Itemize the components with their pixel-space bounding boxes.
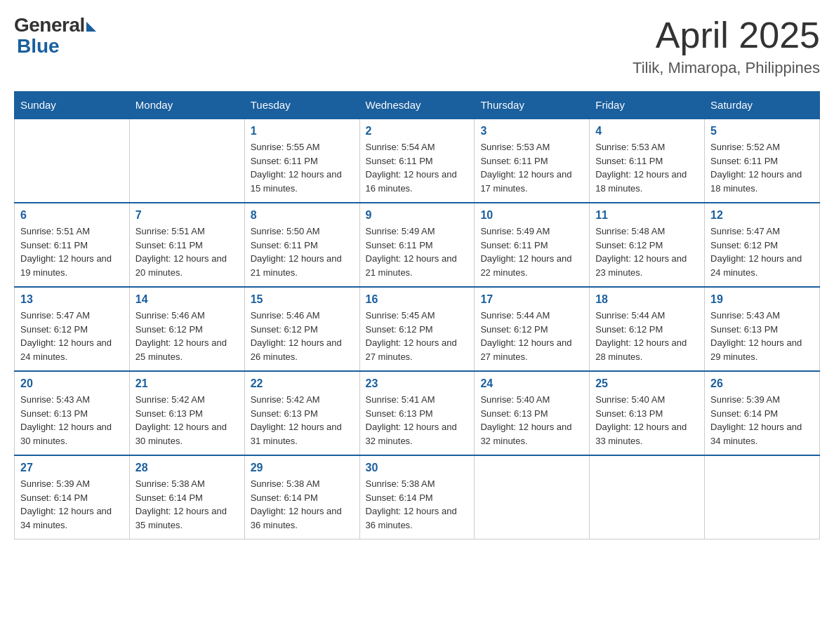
- calendar-cell: 4Sunrise: 5:53 AMSunset: 6:11 PMDaylight…: [590, 119, 705, 203]
- day-info: Sunrise: 5:44 AMSunset: 6:12 PMDaylight:…: [595, 309, 699, 363]
- calendar-cell: 12Sunrise: 5:47 AMSunset: 6:12 PMDayligh…: [705, 203, 820, 287]
- day-number: 21: [135, 377, 239, 390]
- day-number: 30: [366, 462, 469, 474]
- calendar-cell: 26Sunrise: 5:39 AMSunset: 6:14 PMDayligh…: [705, 371, 820, 455]
- day-number: 4: [595, 125, 699, 137]
- day-info: Sunrise: 5:53 AMSunset: 6:11 PMDaylight:…: [595, 140, 699, 195]
- day-number: 2: [366, 125, 469, 137]
- calendar-cell: 30Sunrise: 5:38 AMSunset: 6:14 PMDayligh…: [359, 455, 475, 539]
- day-info: Sunrise: 5:43 AMSunset: 6:13 PMDaylight:…: [710, 309, 814, 363]
- calendar-cell: 13Sunrise: 5:47 AMSunset: 6:12 PMDayligh…: [15, 287, 130, 371]
- day-number: 9: [366, 209, 469, 222]
- day-number: 11: [595, 209, 699, 222]
- calendar-cell: 7Sunrise: 5:51 AMSunset: 6:11 PMDaylight…: [129, 203, 244, 287]
- day-number: 29: [251, 462, 354, 474]
- day-info: Sunrise: 5:43 AMSunset: 6:13 PMDaylight:…: [20, 393, 124, 448]
- calendar-header-thursday: Thursday: [475, 92, 590, 119]
- day-info: Sunrise: 5:49 AMSunset: 6:11 PMDaylight:…: [366, 224, 469, 279]
- calendar-week-row: 6Sunrise: 5:51 AMSunset: 6:11 PMDaylight…: [15, 203, 820, 287]
- calendar-cell: 10Sunrise: 5:49 AMSunset: 6:11 PMDayligh…: [475, 203, 590, 287]
- calendar-cell: 6Sunrise: 5:51 AMSunset: 6:11 PMDaylight…: [15, 203, 130, 287]
- day-info: Sunrise: 5:48 AMSunset: 6:12 PMDaylight:…: [595, 224, 699, 279]
- day-number: 7: [135, 209, 239, 222]
- logo-blue-text: Blue: [14, 35, 60, 58]
- day-info: Sunrise: 5:38 AMSunset: 6:14 PMDaylight:…: [366, 477, 469, 532]
- calendar-cell: 11Sunrise: 5:48 AMSunset: 6:12 PMDayligh…: [590, 203, 705, 287]
- day-number: 18: [595, 293, 699, 306]
- day-info: Sunrise: 5:47 AMSunset: 6:12 PMDaylight:…: [710, 224, 814, 279]
- calendar-cell: 27Sunrise: 5:39 AMSunset: 6:14 PMDayligh…: [15, 455, 130, 539]
- day-info: Sunrise: 5:44 AMSunset: 6:12 PMDaylight:…: [480, 309, 583, 363]
- calendar-cell: 17Sunrise: 5:44 AMSunset: 6:12 PMDayligh…: [475, 287, 590, 371]
- day-number: 17: [480, 293, 583, 306]
- calendar-cell: 25Sunrise: 5:40 AMSunset: 6:13 PMDayligh…: [590, 371, 705, 455]
- day-info: Sunrise: 5:40 AMSunset: 6:13 PMDaylight:…: [595, 393, 699, 448]
- calendar-cell: 16Sunrise: 5:45 AMSunset: 6:12 PMDayligh…: [359, 287, 475, 371]
- location-subtitle: Tilik, Mimaropa, Philippines: [633, 59, 820, 77]
- page-header: General Blue April 2025 Tilik, Mimaropa,…: [14, 14, 820, 77]
- calendar-cell: 9Sunrise: 5:49 AMSunset: 6:11 PMDaylight…: [359, 203, 475, 287]
- calendar-cell: [705, 455, 820, 539]
- calendar-cell: 15Sunrise: 5:46 AMSunset: 6:12 PMDayligh…: [244, 287, 359, 371]
- day-number: 25: [595, 377, 699, 390]
- calendar-cell: 29Sunrise: 5:38 AMSunset: 6:14 PMDayligh…: [244, 455, 359, 539]
- day-number: 12: [710, 209, 814, 222]
- day-number: 3: [480, 125, 583, 137]
- day-number: 5: [710, 125, 814, 137]
- calendar-cell: 1Sunrise: 5:55 AMSunset: 6:11 PMDaylight…: [244, 119, 359, 203]
- day-info: Sunrise: 5:49 AMSunset: 6:11 PMDaylight:…: [480, 224, 583, 279]
- day-number: 10: [480, 209, 583, 222]
- calendar-header-monday: Monday: [129, 92, 244, 119]
- calendar-cell: 19Sunrise: 5:43 AMSunset: 6:13 PMDayligh…: [705, 287, 820, 371]
- day-number: 19: [710, 293, 814, 306]
- day-number: 22: [251, 377, 354, 390]
- calendar-cell: 28Sunrise: 5:38 AMSunset: 6:14 PMDayligh…: [129, 455, 244, 539]
- day-info: Sunrise: 5:52 AMSunset: 6:11 PMDaylight:…: [710, 140, 814, 195]
- title-block: April 2025 Tilik, Mimaropa, Philippines: [633, 14, 820, 77]
- calendar-cell: [15, 119, 130, 203]
- day-info: Sunrise: 5:39 AMSunset: 6:14 PMDaylight:…: [20, 477, 124, 532]
- day-info: Sunrise: 5:38 AMSunset: 6:14 PMDaylight:…: [135, 477, 239, 532]
- day-number: 15: [251, 293, 354, 306]
- day-number: 16: [366, 293, 469, 306]
- day-info: Sunrise: 5:55 AMSunset: 6:11 PMDaylight:…: [251, 140, 354, 195]
- calendar-cell: 24Sunrise: 5:40 AMSunset: 6:13 PMDayligh…: [475, 371, 590, 455]
- calendar-week-row: 20Sunrise: 5:43 AMSunset: 6:13 PMDayligh…: [15, 371, 820, 455]
- day-info: Sunrise: 5:50 AMSunset: 6:11 PMDaylight:…: [251, 224, 354, 279]
- calendar-table: SundayMondayTuesdayWednesdayThursdayFrid…: [14, 91, 820, 539]
- day-number: 20: [20, 377, 124, 390]
- logo-arrow-icon: [86, 22, 96, 32]
- day-info: Sunrise: 5:42 AMSunset: 6:13 PMDaylight:…: [135, 393, 239, 448]
- calendar-week-row: 1Sunrise: 5:55 AMSunset: 6:11 PMDaylight…: [15, 119, 820, 203]
- day-info: Sunrise: 5:41 AMSunset: 6:13 PMDaylight:…: [366, 393, 469, 448]
- calendar-cell: 21Sunrise: 5:42 AMSunset: 6:13 PMDayligh…: [129, 371, 244, 455]
- day-number: 27: [20, 462, 124, 474]
- day-info: Sunrise: 5:51 AMSunset: 6:11 PMDaylight:…: [135, 224, 239, 279]
- day-info: Sunrise: 5:42 AMSunset: 6:13 PMDaylight:…: [251, 393, 354, 448]
- day-number: 24: [480, 377, 583, 390]
- calendar-cell: 2Sunrise: 5:54 AMSunset: 6:11 PMDaylight…: [359, 119, 475, 203]
- logo-general-text: General: [14, 14, 85, 36]
- logo: General Blue: [14, 14, 96, 58]
- calendar-cell: [590, 455, 705, 539]
- day-info: Sunrise: 5:39 AMSunset: 6:14 PMDaylight:…: [710, 393, 814, 448]
- calendar-cell: 5Sunrise: 5:52 AMSunset: 6:11 PMDaylight…: [705, 119, 820, 203]
- day-info: Sunrise: 5:45 AMSunset: 6:12 PMDaylight:…: [366, 309, 469, 363]
- day-info: Sunrise: 5:54 AMSunset: 6:11 PMDaylight:…: [366, 140, 469, 195]
- day-number: 23: [366, 377, 469, 390]
- day-info: Sunrise: 5:53 AMSunset: 6:11 PMDaylight:…: [480, 140, 583, 195]
- calendar-cell: 14Sunrise: 5:46 AMSunset: 6:12 PMDayligh…: [129, 287, 244, 371]
- calendar-cell: [129, 119, 244, 203]
- day-info: Sunrise: 5:38 AMSunset: 6:14 PMDaylight:…: [251, 477, 354, 532]
- day-info: Sunrise: 5:51 AMSunset: 6:11 PMDaylight:…: [20, 224, 124, 279]
- calendar-week-row: 13Sunrise: 5:47 AMSunset: 6:12 PMDayligh…: [15, 287, 820, 371]
- calendar-cell: 23Sunrise: 5:41 AMSunset: 6:13 PMDayligh…: [359, 371, 475, 455]
- day-number: 28: [135, 462, 239, 474]
- calendar-header-wednesday: Wednesday: [359, 92, 475, 119]
- calendar-cell: 18Sunrise: 5:44 AMSunset: 6:12 PMDayligh…: [590, 287, 705, 371]
- calendar-cell: 8Sunrise: 5:50 AMSunset: 6:11 PMDaylight…: [244, 203, 359, 287]
- month-year-title: April 2025: [633, 14, 820, 56]
- calendar-week-row: 27Sunrise: 5:39 AMSunset: 6:14 PMDayligh…: [15, 455, 820, 539]
- calendar-header-sunday: Sunday: [15, 92, 130, 119]
- day-number: 8: [251, 209, 354, 222]
